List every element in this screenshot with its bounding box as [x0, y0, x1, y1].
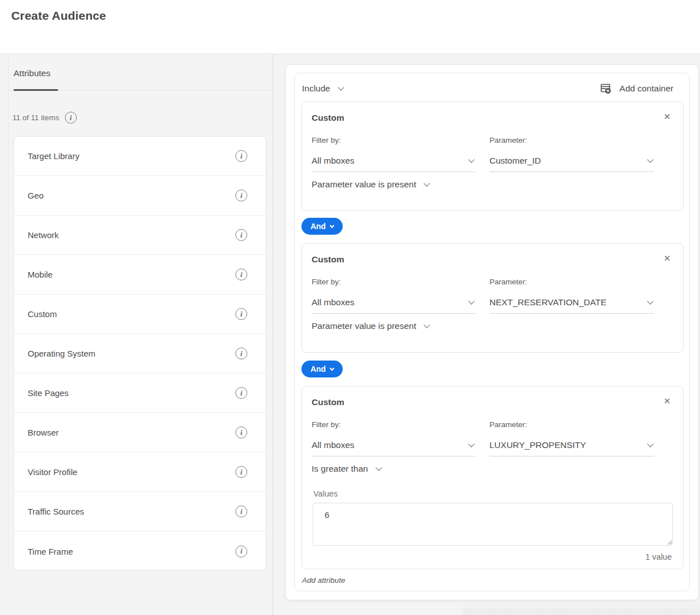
values-textarea[interactable]: 6	[313, 503, 673, 546]
parameter-dropdown[interactable]: LUXURY_PROPENSITY	[489, 434, 654, 456]
chevron-down-icon	[647, 156, 653, 162]
attribute-label: Geo	[28, 191, 43, 200]
filter-by-label: Filter by:	[312, 420, 341, 429]
attribute-label: Browser	[28, 428, 59, 437]
add-container-icon	[600, 82, 613, 95]
panel-divider	[273, 54, 273, 615]
operator-value: Parameter value is present	[312, 321, 416, 331]
chevron-down-icon	[468, 298, 474, 304]
chevron-down-icon	[375, 464, 382, 471]
parameter-dropdown[interactable]: Customer_ID	[489, 150, 654, 172]
attribute-item-time-frame[interactable]: Time Frame i	[14, 531, 266, 570]
chevron-down-icon	[330, 366, 334, 371]
parameter-label: Parameter:	[489, 420, 527, 429]
info-icon[interactable]: i	[235, 269, 247, 280]
create-audience-screen: Create Audience Attributes 11 of 11 item…	[0, 0, 700, 615]
info-icon[interactable]: i	[235, 466, 247, 478]
attribute-label: Network	[28, 230, 59, 240]
chevron-down-icon	[468, 441, 474, 447]
attribute-item-operating-system[interactable]: Operating System i	[14, 334, 266, 374]
rule-card-luxury-propensity: Custom ✕ Filter by: Parameter: All mboxe…	[301, 386, 684, 569]
content-area: Attributes 11 of 11 items i Target Libra…	[0, 54, 700, 615]
rule-card-next-reservation-date: Custom ✕ Filter by: Parameter: All mboxe…	[301, 243, 684, 353]
include-group: Include Add container	[294, 73, 690, 591]
filter-by-dropdown[interactable]: All mboxes	[312, 150, 475, 172]
parameter-label: Parameter:	[489, 136, 527, 144]
include-dropdown-value: Include	[302, 84, 330, 94]
left-panel-border	[8, 54, 8, 569]
attribute-item-network[interactable]: Network i	[14, 216, 266, 255]
and-label: And	[310, 364, 326, 374]
rule-card-title: Custom	[312, 254, 344, 265]
info-icon[interactable]: i	[235, 506, 247, 517]
chevron-down-icon	[338, 84, 344, 90]
audience-rules-container: Include Add container	[285, 64, 699, 600]
rule-card-title: Custom	[312, 113, 344, 123]
info-icon[interactable]: i	[235, 190, 247, 201]
operator-dropdown[interactable]: Is greater than	[312, 462, 381, 476]
info-icon[interactable]: i	[235, 308, 247, 320]
chevron-down-icon	[330, 223, 334, 228]
attribute-item-geo[interactable]: Geo i	[14, 176, 266, 216]
close-icon[interactable]: ✕	[662, 253, 672, 263]
attribute-label: Visitor Profile	[28, 467, 77, 477]
chevron-down-icon	[647, 298, 653, 304]
rule-card-customer-id: Custom ✕ Filter by: Parameter: All mboxe…	[301, 102, 684, 211]
info-icon[interactable]: i	[235, 546, 247, 557]
attribute-item-browser[interactable]: Browser i	[14, 413, 266, 453]
attribute-label: Time Frame	[28, 547, 73, 556]
include-dropdown[interactable]: Include	[302, 80, 343, 97]
attributes-count-row: 11 of 11 items i	[12, 112, 77, 124]
parameter-value: Customer_ID	[489, 156, 541, 166]
add-container-label: Add container	[619, 84, 673, 94]
parameter-dropdown[interactable]: NEXT_RESERVATION_DATE	[489, 291, 654, 314]
attribute-label: Custom	[28, 309, 57, 319]
tab-attributes[interactable]: Attributes	[14, 68, 50, 78]
info-icon[interactable]: i	[235, 348, 247, 359]
filter-by-dropdown[interactable]: All mboxes	[312, 291, 475, 314]
filter-by-value: All mboxes	[312, 297, 355, 308]
attributes-count-label: 11 of 11 items	[12, 113, 59, 122]
close-icon[interactable]: ✕	[662, 396, 672, 406]
parameter-value: NEXT_RESERVATION_DATE	[489, 297, 606, 308]
page-title: Create Audience	[11, 9, 106, 23]
attribute-item-site-pages[interactable]: Site Pages i	[14, 374, 266, 413]
parameter-label: Parameter:	[489, 278, 527, 286]
chevron-down-icon	[647, 441, 653, 447]
attribute-label: Site Pages	[28, 388, 69, 398]
chevron-down-icon	[468, 156, 474, 162]
parameter-value: LUXURY_PROPENSITY	[489, 440, 586, 450]
info-icon[interactable]: i	[235, 229, 247, 241]
filter-by-dropdown[interactable]: All mboxes	[312, 434, 475, 456]
filter-by-value: All mboxes	[312, 156, 355, 166]
info-icon[interactable]: i	[65, 112, 77, 124]
operator-value: Is greater than	[312, 464, 368, 474]
attribute-label: Mobile	[28, 270, 53, 279]
bottom-shadow	[463, 600, 700, 615]
attribute-item-mobile[interactable]: Mobile i	[14, 255, 266, 295]
chevron-down-icon	[424, 322, 430, 328]
and-combiner-button[interactable]: And	[301, 218, 343, 235]
value-count-label: 1 value	[645, 552, 672, 561]
attribute-item-visitor-profile[interactable]: Visitor Profile i	[14, 453, 266, 492]
add-container-button[interactable]: Add container	[600, 80, 673, 97]
operator-value: Parameter value is present	[312, 179, 416, 190]
info-icon[interactable]: i	[235, 387, 247, 399]
and-combiner-button[interactable]: And	[301, 361, 343, 377]
filter-by-label: Filter by:	[312, 136, 341, 144]
attribute-item-custom[interactable]: Custom i	[14, 295, 266, 334]
operator-dropdown[interactable]: Parameter value is present	[312, 319, 429, 333]
values-label: Values	[313, 489, 338, 498]
close-icon[interactable]: ✕	[662, 111, 672, 122]
add-attribute-button[interactable]: Add attribute	[302, 576, 345, 585]
filter-by-label: Filter by:	[312, 278, 341, 286]
tab-active-underline	[14, 89, 58, 91]
filter-by-value: All mboxes	[312, 440, 355, 450]
attribute-label: Target Library	[28, 151, 80, 161]
info-icon[interactable]: i	[235, 427, 247, 438]
info-icon[interactable]: i	[235, 150, 247, 162]
attribute-label: Operating System	[28, 349, 95, 358]
operator-dropdown[interactable]: Parameter value is present	[312, 178, 429, 191]
attribute-item-traffic-sources[interactable]: Traffic Sources i	[14, 492, 266, 531]
attribute-item-target-library[interactable]: Target Library i	[14, 137, 266, 176]
